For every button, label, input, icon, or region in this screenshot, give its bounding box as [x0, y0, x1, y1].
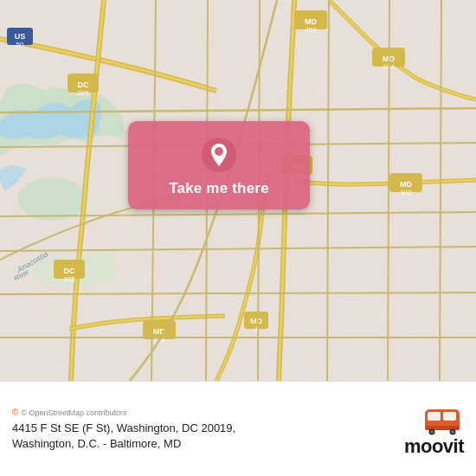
location-pin-icon	[201, 137, 237, 173]
svg-text:MD: MD	[250, 317, 262, 325]
info-bar: © © OpenStreetMap contributors 4415 F St…	[0, 381, 476, 476]
take-me-there-button-label: Take me there	[169, 180, 269, 197]
copyright-text: © OpenStreetMap contributors	[21, 408, 126, 417]
copyright-line: © © OpenStreetMap contributors	[12, 408, 394, 417]
svg-text:295: 295	[77, 89, 89, 97]
address-line1: 4415 F St SE (F St), Washington, DC 2001…	[12, 421, 394, 436]
address-line2: Washington, D.C. - Baltimore, MD	[12, 437, 394, 450]
svg-point-1	[17, 177, 87, 221]
svg-text:50: 50	[16, 41, 24, 48]
take-me-there-card[interactable]: Take me there	[128, 121, 310, 209]
svg-text:DC: DC	[78, 80, 89, 89]
map-area: DC 295 MD 295 MD 704 MD 459 US 50 MD 332	[0, 0, 476, 381]
svg-text:MD: MD	[400, 180, 412, 189]
svg-rect-47	[443, 412, 456, 421]
svg-point-44	[215, 147, 223, 156]
svg-text:295: 295	[63, 275, 75, 283]
svg-text:332: 332	[400, 189, 412, 196]
svg-rect-46	[428, 412, 441, 421]
svg-text:459: 459	[305, 26, 317, 34]
svg-text:MD: MD	[305, 17, 317, 26]
moovit-logo: moovit	[404, 402, 464, 456]
svg-point-51	[431, 430, 434, 433]
svg-text:DC: DC	[64, 267, 75, 275]
svg-text:US: US	[15, 32, 26, 41]
moovit-bus-icon	[421, 402, 464, 437]
address-block: © © OpenStreetMap contributors 4415 F St…	[12, 408, 394, 449]
moovit-text: moovit	[404, 437, 464, 456]
svg-point-52	[452, 430, 454, 433]
osm-copyright-icon: ©	[12, 408, 18, 417]
